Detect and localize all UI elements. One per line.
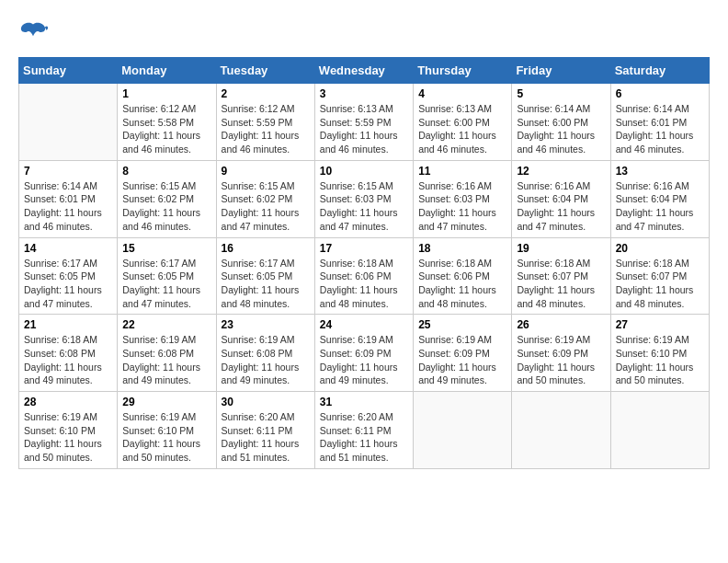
calendar-cell: 5Sunrise: 6:14 AM Sunset: 6:00 PM Daylig… [512,84,610,161]
day-info: Sunrise: 6:15 AM Sunset: 6:03 PM Dayligh… [320,179,408,234]
day-number: 2 [222,87,310,100]
calendar-cell: 29Sunrise: 6:19 AM Sunset: 6:10 PM Dayli… [118,392,216,469]
calendar-cell: 19Sunrise: 6:18 AM Sunset: 6:07 PM Dayli… [512,237,610,315]
day-info: Sunrise: 6:16 AM Sunset: 6:03 PM Dayligh… [418,179,506,234]
day-info: Sunrise: 6:18 AM Sunset: 6:07 PM Dayligh… [616,257,704,311]
day-info: Sunrise: 6:16 AM Sunset: 6:04 PM Dayligh… [517,179,605,234]
day-info: Sunrise: 6:20 AM Sunset: 6:11 PM Dayligh… [320,410,408,465]
calendar-cell: 12Sunrise: 6:16 AM Sunset: 6:04 PM Dayli… [512,160,610,237]
calendar-cell: 28Sunrise: 6:19 AM Sunset: 6:10 PM Dayli… [19,392,118,469]
day-info: Sunrise: 6:18 AM Sunset: 6:06 PM Dayligh… [418,257,506,311]
calendar-cell: 22Sunrise: 6:19 AM Sunset: 6:08 PM Dayli… [118,315,216,392]
calendar-table: SundayMondayTuesdayWednesdayThursdayFrid… [18,57,710,469]
calendar-cell [512,392,610,469]
calendar-cell [414,392,512,469]
calendar-cell: 15Sunrise: 6:17 AM Sunset: 6:05 PM Dayli… [118,237,216,315]
logo [18,18,51,48]
day-number: 29 [122,396,210,408]
day-number: 19 [517,242,605,255]
day-info: Sunrise: 6:14 AM Sunset: 6:00 PM Dayligh… [517,102,605,156]
calendar-cell: 11Sunrise: 6:16 AM Sunset: 6:03 PM Dayli… [414,160,512,237]
calendar-cell: 8Sunrise: 6:15 AM Sunset: 6:02 PM Daylig… [118,160,216,237]
day-info: Sunrise: 6:19 AM Sunset: 6:09 PM Dayligh… [320,333,408,387]
day-info: Sunrise: 6:17 AM Sunset: 6:05 PM Dayligh… [222,257,310,311]
calendar-cell: 21Sunrise: 6:18 AM Sunset: 6:08 PM Dayli… [19,315,118,392]
day-number: 22 [122,318,210,331]
calendar-week-4: 21Sunrise: 6:18 AM Sunset: 6:08 PM Dayli… [19,315,710,392]
day-number: 20 [616,242,704,255]
day-number: 15 [122,242,210,255]
calendar-cell: 1Sunrise: 6:12 AM Sunset: 5:58 PM Daylig… [118,84,216,161]
day-info: Sunrise: 6:17 AM Sunset: 6:05 PM Dayligh… [24,257,112,311]
calendar-cell: 6Sunrise: 6:14 AM Sunset: 6:01 PM Daylig… [610,84,709,161]
day-number: 1 [122,87,210,100]
header-thursday: Thursday [414,58,512,84]
calendar-cell: 3Sunrise: 6:13 AM Sunset: 5:59 PM Daylig… [314,84,413,161]
day-number: 26 [517,318,605,331]
calendar-cell: 17Sunrise: 6:18 AM Sunset: 6:06 PM Dayli… [314,237,413,315]
day-number: 30 [222,396,310,408]
day-info: Sunrise: 6:13 AM Sunset: 6:00 PM Dayligh… [418,102,506,156]
day-number: 6 [616,87,704,100]
day-info: Sunrise: 6:19 AM Sunset: 6:08 PM Dayligh… [222,333,310,387]
calendar-cell: 26Sunrise: 6:19 AM Sunset: 6:09 PM Dayli… [512,315,610,392]
calendar-cell: 31Sunrise: 6:20 AM Sunset: 6:11 PM Dayli… [314,392,413,469]
day-number: 7 [24,165,112,178]
day-number: 31 [320,396,408,408]
calendar-cell [19,84,118,161]
day-info: Sunrise: 6:13 AM Sunset: 5:59 PM Dayligh… [320,102,408,156]
day-number: 3 [320,87,408,100]
header-monday: Monday [118,58,216,84]
day-info: Sunrise: 6:14 AM Sunset: 6:01 PM Dayligh… [616,102,704,156]
day-number: 28 [24,396,112,408]
day-number: 13 [616,165,704,178]
day-info: Sunrise: 6:15 AM Sunset: 6:02 PM Dayligh… [222,179,310,234]
header-tuesday: Tuesday [216,58,314,84]
calendar-header-row: SundayMondayTuesdayWednesdayThursdayFrid… [19,58,710,84]
day-info: Sunrise: 6:16 AM Sunset: 6:04 PM Dayligh… [616,179,704,234]
day-info: Sunrise: 6:14 AM Sunset: 6:01 PM Dayligh… [24,179,112,234]
calendar-week-1: 1Sunrise: 6:12 AM Sunset: 5:58 PM Daylig… [19,84,710,161]
calendar-cell: 23Sunrise: 6:19 AM Sunset: 6:08 PM Dayli… [216,315,314,392]
day-info: Sunrise: 6:19 AM Sunset: 6:09 PM Dayligh… [418,333,506,387]
day-number: 21 [24,318,112,331]
calendar-cell: 4Sunrise: 6:13 AM Sunset: 6:00 PM Daylig… [414,84,512,161]
day-info: Sunrise: 6:18 AM Sunset: 6:06 PM Dayligh… [320,257,408,311]
header-sunday: Sunday [19,58,118,84]
calendar-cell: 2Sunrise: 6:12 AM Sunset: 5:59 PM Daylig… [216,84,314,161]
day-number: 17 [320,242,408,255]
day-info: Sunrise: 6:12 AM Sunset: 5:59 PM Dayligh… [222,102,310,156]
day-number: 4 [418,87,506,100]
day-info: Sunrise: 6:18 AM Sunset: 6:07 PM Dayligh… [517,257,605,311]
day-info: Sunrise: 6:19 AM Sunset: 6:10 PM Dayligh… [122,410,210,465]
calendar-cell: 18Sunrise: 6:18 AM Sunset: 6:06 PM Dayli… [414,237,512,315]
day-number: 14 [24,242,112,255]
day-number: 11 [418,165,506,178]
day-info: Sunrise: 6:19 AM Sunset: 6:09 PM Dayligh… [517,333,605,387]
day-number: 10 [320,165,408,178]
day-number: 12 [517,165,605,178]
day-number: 5 [517,87,605,100]
day-number: 23 [222,318,310,331]
day-info: Sunrise: 6:19 AM Sunset: 6:08 PM Dayligh… [122,333,210,387]
page-header [18,18,710,48]
calendar-cell: 16Sunrise: 6:17 AM Sunset: 6:05 PM Dayli… [216,237,314,315]
day-number: 8 [122,165,210,178]
calendar-week-5: 28Sunrise: 6:19 AM Sunset: 6:10 PM Dayli… [19,392,710,469]
day-number: 24 [320,318,408,331]
day-number: 27 [616,318,704,331]
calendar-cell: 7Sunrise: 6:14 AM Sunset: 6:01 PM Daylig… [19,160,118,237]
day-info: Sunrise: 6:15 AM Sunset: 6:02 PM Dayligh… [122,179,210,234]
header-saturday: Saturday [610,58,709,84]
day-number: 25 [418,318,506,331]
calendar-cell: 9Sunrise: 6:15 AM Sunset: 6:02 PM Daylig… [216,160,314,237]
calendar-cell: 30Sunrise: 6:20 AM Sunset: 6:11 PM Dayli… [216,392,314,469]
calendar-cell: 27Sunrise: 6:19 AM Sunset: 6:10 PM Dayli… [610,315,709,392]
day-number: 16 [222,242,310,255]
day-number: 18 [418,242,506,255]
day-info: Sunrise: 6:19 AM Sunset: 6:10 PM Dayligh… [24,410,112,465]
day-info: Sunrise: 6:17 AM Sunset: 6:05 PM Dayligh… [122,257,210,311]
calendar-cell [610,392,709,469]
calendar-cell: 20Sunrise: 6:18 AM Sunset: 6:07 PM Dayli… [610,237,709,315]
day-number: 9 [222,165,310,178]
